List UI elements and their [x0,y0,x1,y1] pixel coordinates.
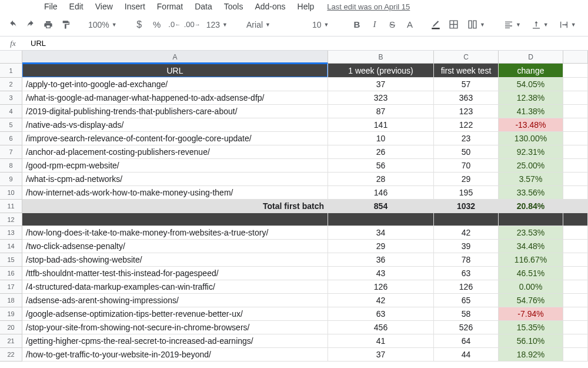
cell[interactable]: 15.35% [499,321,563,334]
cell[interactable]: 126 [328,280,434,294]
vertical-align-button[interactable]: ▼ [528,17,552,32]
row-header-21[interactable]: 21 [0,334,22,348]
cell[interactable]: 28 [328,173,434,186]
cell[interactable]: 141 [328,118,434,132]
cell[interactable]: 33.56% [499,186,563,200]
cell[interactable] [563,200,588,213]
row-header-6[interactable]: 6 [0,132,22,145]
cell[interactable]: /how-internet-ads-work-how-to-make-money… [22,186,328,200]
cell[interactable]: 29 [434,173,499,186]
cell[interactable]: 123 [434,105,499,118]
cell[interactable]: 130.00% [499,132,563,145]
cell[interactable]: /how-to-get-traffic-to-your-website-in-2… [22,348,328,362]
row-header-11[interactable]: 11 [0,200,22,213]
text-color-button[interactable]: A [403,17,417,32]
cell[interactable]: 0.00% [499,280,563,294]
cell[interactable]: 323 [328,91,434,105]
cell[interactable]: 87 [328,105,434,118]
cell[interactable] [563,321,588,334]
cell[interactable] [563,226,588,240]
row-header-4[interactable]: 4 [0,105,22,118]
cell[interactable]: 46.51% [499,267,563,280]
cell[interactable]: /anchor-ad-placement-costing-publishers-… [22,145,328,159]
cell[interactable]: 39 [434,240,499,253]
cell[interactable] [22,213,328,226]
cell[interactable] [563,280,588,294]
cell[interactable]: 25.00% [499,159,563,173]
cell[interactable]: change [499,64,563,78]
cell[interactable] [563,186,588,200]
cell[interactable]: 26 [328,145,434,159]
font-select[interactable]: Arial▼ [243,17,297,32]
cell[interactable] [563,348,588,362]
fill-color-button[interactable] [429,17,443,32]
row-header-20[interactable]: 20 [0,321,22,334]
print-button[interactable] [41,17,55,32]
cell[interactable]: 34.48% [499,240,563,253]
menu-tools[interactable]: Tools [218,1,249,12]
cell[interactable]: 37 [328,348,434,362]
cell[interactable]: 78 [434,253,499,267]
borders-button[interactable] [446,17,460,32]
cell[interactable]: /good-rpm-ecpm-website/ [22,159,328,173]
row-header-12[interactable]: 12 [0,213,22,226]
cell[interactable]: 3.57% [499,173,563,186]
cell[interactable]: 526 [434,321,499,334]
cell[interactable]: /improve-search-relevance-of-content-for… [22,132,328,145]
cell-header-url[interactable]: URL [22,64,328,78]
cell[interactable]: 70 [434,159,499,173]
cell[interactable]: /two-click-adsense-penalty/ [22,240,328,253]
cell[interactable]: 23 [434,132,499,145]
row-header-7[interactable]: 7 [0,145,22,159]
cell[interactable] [563,294,588,307]
cell[interactable]: 56 [328,159,434,173]
cell[interactable]: 41.38% [499,105,563,118]
select-all-cell[interactable] [0,51,22,64]
cell[interactable]: /getting-higher-cpms-the-real-secret-to-… [22,334,328,348]
cell[interactable] [563,159,588,173]
cell[interactable]: 18.92% [499,348,563,362]
cell[interactable]: 1 week (previous) [328,64,434,78]
cell[interactable]: 23.53% [499,226,563,240]
row-header-3[interactable]: 3 [0,91,22,105]
cell[interactable]: 29 [328,240,434,253]
cell[interactable]: first week test [434,64,499,78]
row-header-19[interactable]: 19 [0,307,22,321]
cell[interactable]: 54.76% [499,294,563,307]
cell[interactable]: 42 [434,226,499,240]
menu-edit[interactable]: Edit [64,1,89,12]
cell[interactable] [563,267,588,280]
cell[interactable] [563,307,588,321]
increase-decimal-button[interactable]: .00→ [185,17,199,32]
undo-button[interactable] [6,17,20,32]
last-edit-link[interactable]: Last edit was on April 15 [327,2,410,11]
cell[interactable] [499,213,563,226]
more-formats-button[interactable]: 123▼ [203,17,231,32]
menu-view[interactable]: View [89,1,119,12]
zoom-select[interactable]: 100%▼ [85,17,121,32]
cell[interactable]: /4-structured-data-markup-examples-can-w… [22,280,328,294]
cell[interactable]: 92.31% [499,145,563,159]
menu-add-ons[interactable]: Add-ons [249,1,291,12]
cell[interactable]: 12.38% [499,91,563,105]
cell[interactable] [563,78,588,91]
formula-input[interactable] [26,39,588,48]
bold-button[interactable]: B [350,17,364,32]
cell[interactable]: 63 [328,307,434,321]
menu-data[interactable]: Data [189,1,218,12]
cell[interactable]: 41 [328,334,434,348]
cell[interactable]: /adsense-ads-arent-showing-impressions/ [22,294,328,307]
cell[interactable]: 854 [328,200,434,213]
cell[interactable]: /how-long-does-it-take-to-make-money-fro… [22,226,328,240]
row-header-15[interactable]: 15 [0,253,22,267]
strikethrough-button[interactable]: S [385,17,399,32]
row-header-13[interactable]: 13 [0,226,22,240]
percent-button[interactable]: % [150,17,164,32]
cell[interactable]: /stop-bad-ads-showing-website/ [22,253,328,267]
cell[interactable]: /google-adsense-optimization-tips-better… [22,307,328,321]
row-header-18[interactable]: 18 [0,294,22,307]
horizontal-align-button[interactable]: ▼ [500,17,524,32]
menu-format[interactable]: Format [151,1,189,12]
cell[interactable]: 43 [328,267,434,280]
cell[interactable] [563,105,588,118]
